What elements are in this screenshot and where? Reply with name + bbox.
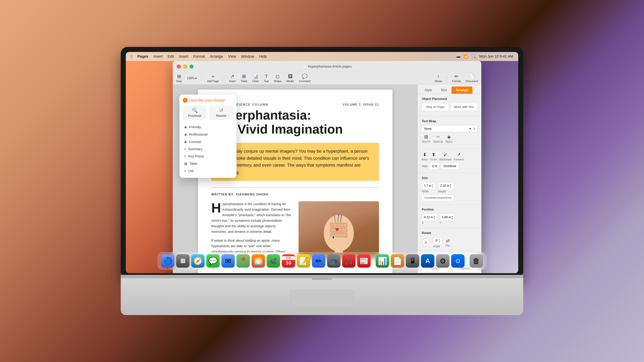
- apple-menu[interactable]: : [131, 54, 132, 59]
- width-stepper-down[interactable]: ▾: [432, 186, 433, 188]
- x-input[interactable]: 0.22 in ▴ ▾: [422, 214, 437, 221]
- dock-facetime[interactable]: 📹: [267, 254, 280, 268]
- dock-launchpad[interactable]: ⊞: [176, 254, 190, 268]
- move-with-text-button[interactable]: Move with Text: [450, 103, 478, 111]
- dock-maps[interactable]: 📍: [236, 254, 250, 268]
- menu-arrange[interactable]: Arrange: [210, 54, 223, 59]
- height-stepper-up[interactable]: ▴: [450, 183, 451, 186]
- toolbar-text[interactable]: T Text: [264, 74, 269, 83]
- dock-mirror-magnet[interactable]: 📱: [406, 254, 419, 268]
- ai-menu-professional[interactable]: ◉ Professional: [183, 131, 233, 138]
- trackpad[interactable]: [290, 290, 354, 307]
- highlighted-paragraph[interactable]: Do you easily conjure up mental imagery?…: [211, 143, 379, 181]
- ai-menu-summary[interactable]: ≡ Summary: [183, 145, 233, 153]
- y-input[interactable]: 1.89 in ▴ ▾: [440, 214, 455, 221]
- dock-trash[interactable]: 🗑: [470, 254, 483, 268]
- search-icon[interactable]: 🔍: [472, 54, 476, 59]
- x-stepper-down[interactable]: ▾: [434, 217, 435, 220]
- menu-file[interactable]: Insert: [153, 54, 162, 59]
- toolbar-share[interactable]: ↑ Share: [435, 74, 442, 83]
- body-paragraph-1[interactable]: H yperphantasia is the condition of havi…: [211, 201, 292, 234]
- tab-style[interactable]: Style: [420, 86, 436, 94]
- ai-menu-keypoints[interactable]: ≡ Key Points: [183, 153, 233, 160]
- menu-pages[interactable]: Pages: [138, 54, 148, 59]
- dock-pages[interactable]: 📄: [391, 254, 404, 268]
- ai-menu-table[interactable]: ▦ Table: [183, 160, 233, 167]
- menu-edit[interactable]: Edit: [168, 54, 174, 59]
- x-stepper-up[interactable]: ▴: [434, 215, 435, 217]
- menu-view[interactable]: View: [228, 54, 236, 59]
- brain-image[interactable]: [298, 201, 379, 258]
- angle-stepper[interactable]: ▴ ▾: [439, 238, 440, 243]
- stay-on-page-button[interactable]: Stay on Page: [422, 103, 449, 111]
- toolbar-chart[interactable]: 📊 Chart: [252, 73, 259, 83]
- dock-photos[interactable]: 🌅: [252, 254, 265, 268]
- width-stepper-up[interactable]: ▴: [432, 183, 433, 186]
- text-fit-btn[interactable]: ⊞ Text Fit: [422, 134, 430, 143]
- menu-format[interactable]: Format: [193, 54, 205, 59]
- rotate-dial[interactable]: [422, 239, 430, 247]
- toolbar-insert[interactable]: ↗ Insert: [229, 73, 236, 83]
- dock-freeform[interactable]: ✏: [312, 254, 325, 268]
- dock-tv[interactable]: 📺: [327, 254, 340, 268]
- menu-insert[interactable]: Insert: [179, 54, 188, 59]
- proofread-button[interactable]: 🔍 Proofread: [183, 105, 206, 120]
- alpha-btn[interactable]: ◈ Alpha: [446, 134, 452, 143]
- toolbar-table[interactable]: ⊞ Table: [241, 73, 247, 83]
- align-select[interactable]: ⊡ ▾: [430, 163, 440, 169]
- dock-news[interactable]: 📰: [357, 254, 371, 268]
- angle-stepper-down[interactable]: ▾: [439, 241, 440, 243]
- toolbar-document[interactable]: 📄 Document: [466, 73, 478, 83]
- menu-window[interactable]: Window: [241, 54, 254, 59]
- y-stepper-down[interactable]: ▾: [452, 217, 453, 220]
- backward-button[interactable]: ↙ Backward: [440, 152, 451, 161]
- dock-finder[interactable]: 🔵: [161, 254, 174, 268]
- y-stepper[interactable]: ▴ ▾: [452, 215, 453, 220]
- x-stepper[interactable]: ▴ ▾: [434, 215, 435, 220]
- constrain-proportions-button[interactable]: Constrain proportions: [422, 195, 454, 201]
- flip-button[interactable]: ⇌ Flip: [446, 238, 450, 247]
- toolbar-format[interactable]: ✏ Format: [452, 73, 461, 83]
- dock-numbers[interactable]: 📊: [376, 254, 389, 268]
- zoom-control[interactable]: 136% ▾: [187, 76, 197, 80]
- dock-appstore[interactable]: A: [421, 254, 434, 268]
- angle-input[interactable]: 0° ▴ ▾: [433, 237, 442, 244]
- menu-help[interactable]: Help: [259, 54, 267, 59]
- rewrite-button[interactable]: ↺ Rewrite: [209, 105, 233, 120]
- toolbar-view[interactable]: ⊞ View: [176, 73, 182, 83]
- height-stepper-down[interactable]: ▾: [450, 186, 451, 188]
- minimize-button[interactable]: [183, 64, 187, 68]
- toolbar-shape[interactable]: ◻ Shape: [274, 73, 282, 83]
- tab-text[interactable]: Text: [436, 86, 451, 94]
- dock-mail[interactable]: ✉: [221, 254, 235, 268]
- forward-button[interactable]: ↗ Forward: [454, 152, 464, 161]
- ai-menu-list[interactable]: ≡ List: [183, 167, 233, 174]
- close-button[interactable]: [177, 64, 181, 68]
- angle-stepper-up[interactable]: ▴: [439, 238, 440, 241]
- dock-notes[interactable]: 📝: [297, 254, 310, 268]
- tab-arrange[interactable]: Arrange: [452, 86, 472, 94]
- ai-menu-concise[interactable]: ◉ Concise: [183, 138, 233, 145]
- width-input[interactable]: 7.7 in ▴ ▾: [422, 182, 435, 189]
- toolbar-media[interactable]: 🖼 Media: [286, 73, 294, 83]
- height-input[interactable]: 2.32 in ▴ ▾: [438, 182, 453, 189]
- document-area[interactable]: ✦ Describe your change 🔍 Proofread ↺: [173, 84, 418, 273]
- distribute-button[interactable]: Distribute: [441, 163, 459, 169]
- spacing-btn[interactable]: ↔ Spacing: [433, 134, 443, 143]
- dock-safari[interactable]: 🧭: [191, 254, 204, 268]
- dock-messages[interactable]: 💬: [206, 254, 220, 268]
- front-button[interactable]: ⬆ Front: [430, 152, 437, 161]
- width-stepper[interactable]: ▴ ▾: [432, 183, 433, 188]
- back-button[interactable]: ⬇ Back: [422, 152, 428, 161]
- dock-accessibility[interactable]: ⊙: [451, 254, 464, 268]
- wrap-select[interactable]: None ▾ ℹ: [422, 125, 477, 132]
- ai-menu-friendly[interactable]: ◉ Friendly: [183, 123, 233, 131]
- dock-calendar[interactable]: JUN 10: [282, 254, 295, 268]
- dock-music[interactable]: 🎵: [342, 254, 356, 268]
- dock-settings[interactable]: ⚙: [436, 254, 450, 268]
- toolbar-comment[interactable]: 💬 Comment: [299, 73, 310, 83]
- toolbar-add-page[interactable]: + Add Page: [207, 74, 219, 83]
- fullscreen-button[interactable]: [190, 64, 194, 68]
- height-stepper[interactable]: ▴ ▾: [450, 183, 451, 188]
- y-stepper-up[interactable]: ▴: [452, 215, 453, 217]
